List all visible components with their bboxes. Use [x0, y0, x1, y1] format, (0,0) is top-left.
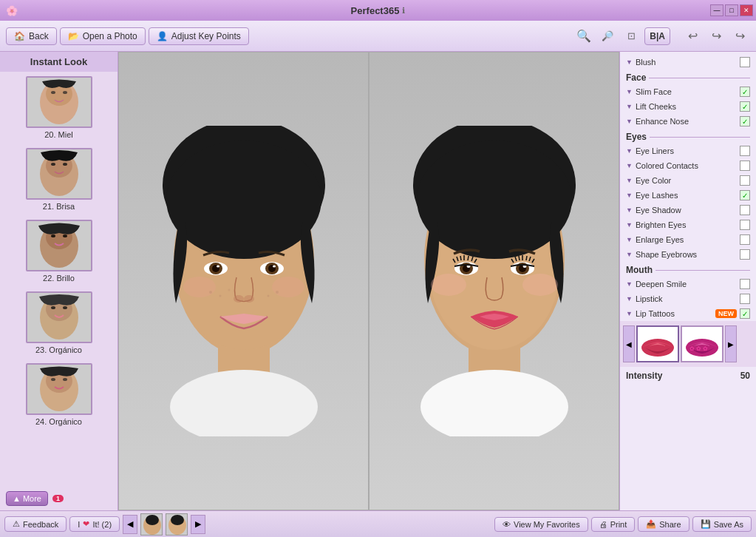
- lip-next-button[interactable]: ▶: [725, 325, 737, 362]
- photo-next-button[interactable]: ▶: [191, 515, 205, 534]
- share-button[interactable]: 📤 Share: [638, 516, 689, 532]
- sidebar-item-20[interactable]: 20. Miel: [0, 72, 118, 143]
- photo-prev-button[interactable]: ◀: [123, 515, 137, 534]
- rp-brighten-eyes: ▼ Brighten Eyes: [620, 217, 756, 232]
- slim-face-checkbox[interactable]: [740, 87, 750, 97]
- feedback-button[interactable]: ⚠ Feedback: [4, 516, 67, 532]
- svg-point-37: [272, 277, 304, 297]
- save-as-button[interactable]: 💾 Save As: [692, 516, 752, 532]
- view-favorites-button[interactable]: 👁 View My Favorites: [494, 517, 588, 532]
- after-thumbnail[interactable]: [166, 513, 188, 536]
- deepen-smile-checkbox[interactable]: [740, 279, 750, 289]
- app-icon: 🌸: [6, 5, 18, 16]
- rp-eye-lashes: ▼ Eye Lashes: [620, 188, 756, 203]
- thumb-22: [26, 220, 92, 271]
- zoom-out-button[interactable]: 🔎: [597, 26, 618, 47]
- back-button[interactable]: 🏠 Back: [6, 27, 57, 45]
- mouth-section-label: Mouth: [620, 262, 756, 277]
- eyes-section-label: Eyes: [620, 129, 756, 143]
- svg-point-57: [431, 274, 466, 296]
- rp-lift-cheeks: ▼ Lift Cheeks: [620, 99, 756, 114]
- print-button[interactable]: 🖨 Print: [591, 517, 636, 532]
- rp-eye-liners: ▼ Eye Liners: [620, 143, 756, 158]
- rp-shape-eyebrows: ▼ Shape Eyebrows: [620, 247, 756, 262]
- enlarge-eyes-checkbox[interactable]: [740, 234, 750, 245]
- toolbar: 🏠 Back 📂 Open a Photo 👤 Adjust Key Point…: [0, 21, 756, 52]
- redo2-button[interactable]: ↪: [729, 26, 750, 47]
- eye-liners-checkbox[interactable]: [740, 146, 750, 156]
- open-photo-button[interactable]: 📂 Open a Photo: [60, 27, 146, 45]
- svg-point-18: [51, 378, 55, 381]
- maximize-button[interactable]: □: [725, 4, 738, 16]
- undo-button[interactable]: ↩: [682, 26, 703, 47]
- before-thumbnail[interactable]: [140, 513, 163, 536]
- thumb-20: [26, 76, 92, 128]
- lip-thumb-1[interactable]: [636, 325, 679, 362]
- save-icon: 💾: [701, 519, 711, 529]
- open-label: Open a Photo: [83, 31, 137, 41]
- svg-point-41: [276, 291, 279, 294]
- more-button[interactable]: ▲ More: [6, 491, 48, 506]
- view-fav-label: View My Favorites: [514, 520, 580, 529]
- sidebar-label-22: 22. Brillo: [43, 274, 75, 283]
- app-title: Perfect365: [351, 5, 400, 16]
- blush-triangle: ▼: [626, 58, 633, 66]
- close-button[interactable]: ✕: [740, 4, 753, 16]
- svg-point-63: [146, 515, 159, 525]
- save-label: Save As: [714, 520, 743, 529]
- more-label: More: [23, 494, 41, 503]
- rp-deepen-smile: ▼ Deepen Smile: [620, 277, 756, 291]
- title-bar: 🌸 Perfect365 ℹ — □ ✕: [0, 0, 756, 21]
- rp-lipstick: ▼ Lipstick: [620, 291, 756, 306]
- rp-enhance-nose: ▼ Enhance Nose: [620, 114, 756, 129]
- brighten-eyes-checkbox[interactable]: [740, 220, 750, 230]
- print-icon: 🖨: [599, 520, 607, 529]
- svg-point-40: [228, 289, 230, 291]
- svg-point-46: [420, 370, 568, 436]
- rp-enlarge-eyes: ▼ Enlarge Eyes: [620, 232, 756, 247]
- heart-icon: ❤: [83, 519, 89, 529]
- right-panel: ▼ Blush Face ▼ Slim Face ▼ Lift Cheeks ▼…: [619, 52, 756, 510]
- svg-point-15: [63, 306, 67, 309]
- svg-point-48: [417, 141, 572, 259]
- lip-prev-button[interactable]: ◀: [623, 325, 635, 362]
- fit-button[interactable]: ⊡: [621, 26, 641, 47]
- sidebar-item-22[interactable]: 22. Brillo: [0, 215, 118, 287]
- heart-it-button[interactable]: I ❤ It! (2): [69, 516, 120, 532]
- before-face-svg: [133, 126, 355, 436]
- adjust-icon: 👤: [157, 31, 168, 41]
- more-badge: 1: [52, 495, 64, 502]
- svg-point-6: [51, 163, 55, 166]
- shape-eyebrows-checkbox[interactable]: [740, 249, 750, 260]
- thumb-23: [26, 291, 92, 343]
- colored-contacts-checkbox[interactable]: [740, 161, 750, 171]
- eye-shadow-checkbox[interactable]: [740, 205, 750, 215]
- bia-button[interactable]: B|A: [644, 27, 670, 45]
- blush-checkbox[interactable]: [740, 57, 750, 67]
- svg-point-10: [51, 234, 55, 237]
- sidebar-item-23[interactable]: 23. Orgánico: [0, 287, 118, 359]
- sidebar-label-24: 24. Orgánico: [35, 417, 82, 426]
- zoom-in-button[interactable]: 🔍: [573, 26, 594, 47]
- lift-cheeks-checkbox[interactable]: [740, 101, 750, 112]
- rp-eye-color: ▼ Eye Color: [620, 173, 756, 188]
- rp-slim-face: ▼ Slim Face: [620, 84, 756, 99]
- lipstick-checkbox[interactable]: [740, 294, 750, 304]
- before-canvas: [119, 53, 368, 510]
- enhance-nose-checkbox[interactable]: [740, 116, 750, 126]
- lip-tattoos-checkbox[interactable]: [740, 308, 750, 319]
- eye-color-checkbox[interactable]: [740, 175, 750, 186]
- sidebar-item-21[interactable]: 21. Brisa: [0, 143, 118, 215]
- adjust-keypoints-button[interactable]: 👤 Adjust Key Points: [149, 27, 249, 45]
- svg-point-23: [170, 370, 318, 436]
- svg-point-34: [234, 295, 244, 303]
- minimize-button[interactable]: —: [710, 4, 723, 16]
- more-icon: ▲: [13, 494, 21, 503]
- rp-blush-item: ▼ Blush: [620, 55, 756, 70]
- lip-thumb-2[interactable]: ✿ ✿ ✿: [681, 325, 723, 362]
- eye-lashes-checkbox[interactable]: [740, 190, 750, 200]
- sidebar-item-24[interactable]: 24. Orgánico: [0, 359, 118, 430]
- thumb-24: [26, 363, 92, 415]
- redo-button[interactable]: ↪: [706, 26, 726, 47]
- warning-icon: ⚠: [13, 519, 20, 529]
